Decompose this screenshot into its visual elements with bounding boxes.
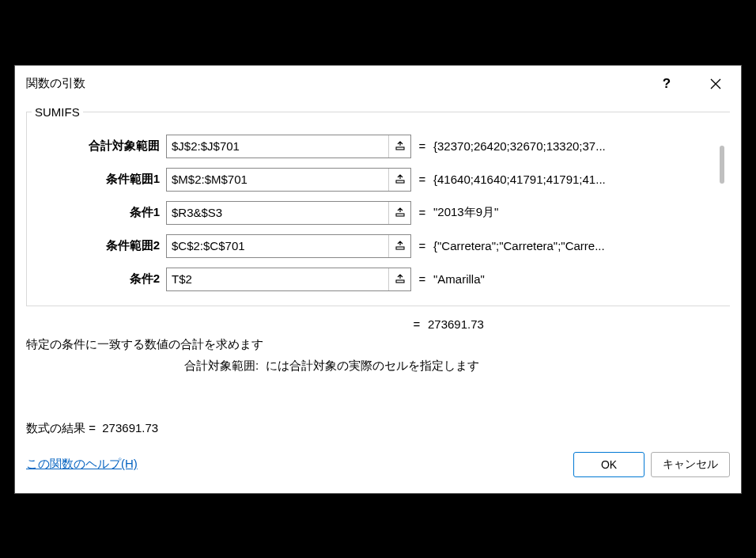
arg-row: 合計対象範囲 = {32370;26420;32670;13320;37... xyxy=(32,135,725,158)
footer-buttons: OK キャンセル xyxy=(573,452,730,477)
collapse-dialog-button[interactable] xyxy=(388,202,410,224)
svg-rect-3 xyxy=(396,247,404,249)
titlebar: 関数の引数 ? xyxy=(15,66,741,102)
close-button[interactable] xyxy=(700,72,731,96)
help-button[interactable]: ? xyxy=(651,72,682,96)
formula-result: 数式の結果 = 273691.73 xyxy=(26,421,730,436)
arg-row: 条件1 = "2013年9月" xyxy=(32,201,725,225)
arg-input-wrap xyxy=(166,201,411,225)
overall-result-row: = 273691.73 xyxy=(26,317,730,331)
dialog-footer: この関数のヘルプ(H) OK キャンセル xyxy=(26,452,730,485)
function-arguments-dialog: 関数の引数 ? SUMIFS 合計対象範囲 = {32370;26420;326… xyxy=(14,65,742,494)
function-help-link[interactable]: この関数のヘルプ(H) xyxy=(26,457,138,472)
collapse-icon xyxy=(395,274,406,285)
ok-button[interactable]: OK xyxy=(573,452,644,477)
criteria-range1-input[interactable] xyxy=(167,169,388,191)
function-description: 特定の条件に一致する数値の合計を求めます xyxy=(26,337,730,352)
svg-rect-1 xyxy=(396,180,404,183)
arg-row: 条件範囲2 = {"Carretera";"Carretera";"Carre.… xyxy=(32,234,725,258)
equals-sign: = xyxy=(411,239,433,252)
overall-result: 273691.73 xyxy=(428,317,730,331)
criteria2-input[interactable] xyxy=(167,268,388,290)
arg-preview: "2013年9月" xyxy=(433,205,725,220)
svg-rect-4 xyxy=(396,280,404,283)
collapse-dialog-button[interactable] xyxy=(388,268,410,290)
criteria1-input[interactable] xyxy=(167,202,388,224)
equals-sign: = xyxy=(411,206,433,219)
arg-label: 条件範囲1 xyxy=(32,172,166,187)
arg-preview: {32370;26420;32670;13320;37... xyxy=(433,139,725,153)
arg-preview: {41640;41640;41791;41791;41... xyxy=(433,173,725,186)
function-fieldset: SUMIFS 合計対象範囲 = {32370;26420;32670;13320… xyxy=(26,105,730,306)
titlebar-buttons: ? xyxy=(651,72,731,96)
function-name: SUMIFS xyxy=(32,105,83,119)
equals-sign: = xyxy=(411,272,433,286)
sum-range-input[interactable] xyxy=(167,135,388,158)
spacer xyxy=(26,317,406,331)
arg-preview: {"Carretera";"Carretera";"Carre... xyxy=(433,239,725,252)
equals-sign: = xyxy=(411,139,433,153)
arg-label: 条件2 xyxy=(32,271,166,287)
collapse-dialog-button[interactable] xyxy=(388,169,410,191)
svg-rect-2 xyxy=(396,214,404,216)
collapse-icon xyxy=(395,174,406,185)
close-icon xyxy=(710,78,721,89)
arg-input-wrap xyxy=(166,268,411,291)
arg-input-wrap xyxy=(166,234,411,258)
collapse-icon xyxy=(395,141,406,152)
equals-sign: = xyxy=(411,173,433,186)
formula-result-value: 273691.73 xyxy=(102,421,158,435)
scrollbar-thumb[interactable] xyxy=(720,146,724,184)
collapse-dialog-button[interactable] xyxy=(388,135,410,158)
arg-input-wrap xyxy=(166,168,411,192)
arg-label: 条件1 xyxy=(32,205,166,220)
arg-desc-label: 合計対象範囲: xyxy=(184,359,259,372)
dialog-title: 関数の引数 xyxy=(26,76,85,91)
collapse-dialog-button[interactable] xyxy=(388,235,410,257)
arg-row: 条件範囲1 = {41640;41640;41791;41791;41... xyxy=(32,168,725,192)
dialog-body: SUMIFS 合計対象範囲 = {32370;26420;32670;13320… xyxy=(15,102,741,493)
collapse-icon xyxy=(395,241,406,252)
arg-desc-text: には合計対象の実際のセルを指定します xyxy=(266,359,479,372)
equals-sign: = xyxy=(406,317,428,331)
collapse-icon xyxy=(395,207,406,218)
arg-label: 条件範囲2 xyxy=(32,238,166,253)
arg-row: 条件2 = "Amarilla" xyxy=(32,268,725,291)
arg-preview: "Amarilla" xyxy=(433,272,725,286)
argument-description: 合計対象範囲: には合計対象の実際のセルを指定します xyxy=(26,359,730,374)
cancel-button[interactable]: キャンセル xyxy=(651,452,730,477)
args-scrollbar[interactable] xyxy=(716,131,727,293)
svg-rect-0 xyxy=(396,147,404,150)
arg-input-wrap xyxy=(166,135,411,158)
criteria-range2-input[interactable] xyxy=(167,235,388,257)
formula-result-label: 数式の結果 = xyxy=(26,421,99,435)
arg-label: 合計対象範囲 xyxy=(32,139,166,154)
